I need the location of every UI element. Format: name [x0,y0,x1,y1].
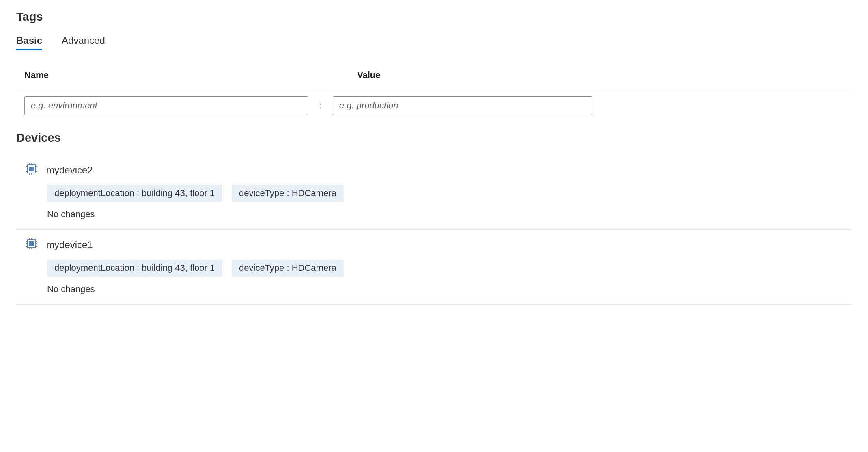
tag-input-row: : [16,88,852,131]
device-entry: mydevice1 deploymentLocation : building … [16,232,852,305]
tag-pill[interactable]: deviceType : HDCamera [232,185,344,202]
device-header[interactable]: mydevice1 [24,236,852,253]
chip-icon [24,162,39,178]
tags-heading: Tags [16,10,852,24]
tab-basic[interactable]: Basic [16,35,42,50]
tag-pill[interactable]: deploymentLocation : building 43, floor … [47,260,222,277]
device-tags: deploymentLocation : building 43, floor … [47,185,852,202]
device-name: mydevice2 [46,164,93,176]
svg-rect-15 [29,241,34,246]
devices-heading: Devices [16,131,852,145]
chip-icon [24,236,39,253]
tag-pill[interactable]: deploymentLocation : building 43, floor … [47,185,222,202]
device-status: No changes [47,282,852,297]
tag-pill[interactable]: deviceType : HDCamera [232,260,344,277]
tag-value-input[interactable] [333,96,592,115]
tags-tabs: Basic Advanced [16,35,852,50]
device-header[interactable]: mydevice2 [24,162,852,178]
tag-separator: : [308,100,333,111]
tab-advanced[interactable]: Advanced [62,35,105,50]
column-header-name: Name [24,70,333,80]
column-header-value: Value [357,70,852,80]
device-status: No changes [47,208,852,222]
tags-table-header: Name Value [16,66,852,88]
tag-name-input[interactable] [24,96,308,115]
svg-rect-1 [29,167,34,171]
device-name: mydevice1 [46,239,93,251]
device-tags: deploymentLocation : building 43, floor … [47,260,852,277]
device-entry: mydevice2 deploymentLocation : building … [16,158,852,230]
